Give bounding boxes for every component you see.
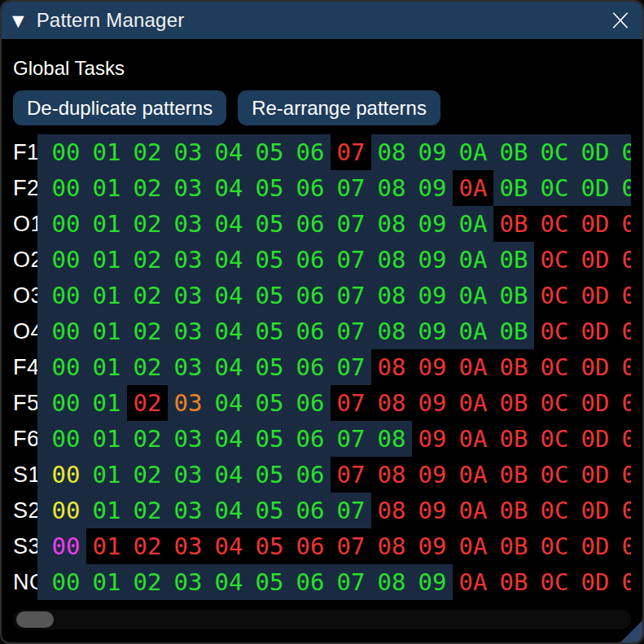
pattern-cell-O2-03[interactable]: 03 — [168, 242, 208, 278]
pattern-cell-S1-06[interactable]: 06 — [290, 457, 331, 493]
pattern-cell-F6-0C[interactable]: 0C — [534, 421, 575, 457]
pattern-cell-S3-06[interactable]: 06 — [290, 528, 331, 564]
pattern-cell-NO-00[interactable]: 00 — [46, 564, 86, 600]
pattern-cell-O1-03[interactable]: 03 — [168, 206, 208, 242]
pattern-cell-O1-08[interactable]: 08 — [371, 206, 412, 242]
pattern-cell-F2-03[interactable]: 03 — [168, 170, 208, 206]
pattern-cell-O3-04[interactable]: 04 — [208, 278, 249, 313]
pattern-cell-S2-08[interactable]: 08 — [371, 493, 412, 528]
pattern-cell-O1-07[interactable]: 07 — [331, 206, 371, 242]
pattern-cell-S1-03[interactable]: 03 — [168, 457, 208, 493]
pattern-cell-F6-04[interactable]: 04 — [208, 421, 249, 457]
pattern-cell-S3-01[interactable]: 01 — [86, 528, 127, 564]
pattern-cell-F1-05[interactable]: 05 — [249, 134, 290, 170]
pattern-cell-F6-03[interactable]: 03 — [168, 421, 208, 457]
pattern-cell-F6-07[interactable]: 07 — [331, 421, 371, 457]
pattern-cell-S1-0E[interactable]: 0E — [616, 457, 631, 493]
pattern-cell-S2-00[interactable]: 00 — [46, 493, 86, 528]
pattern-cell-F6-0E[interactable]: 0E — [616, 421, 631, 457]
pattern-cell-O2-0B[interactable]: 0B — [493, 242, 534, 278]
pattern-cell-S2-07[interactable]: 07 — [331, 493, 371, 528]
pattern-cell-F5-0E[interactable]: 0E — [616, 385, 631, 421]
pattern-cell-F2-00[interactable]: 00 — [46, 170, 86, 206]
pattern-cell-S2-04[interactable]: 04 — [208, 493, 249, 528]
pattern-cell-F4-04[interactable]: 04 — [208, 349, 249, 385]
pattern-cell-S1-07[interactable]: 07 — [331, 457, 371, 493]
pattern-cell-S3-0C[interactable]: 0C — [534, 528, 575, 564]
pattern-cell-O4-02[interactable]: 02 — [127, 313, 168, 349]
pattern-cell-O2-02[interactable]: 02 — [127, 242, 168, 278]
pattern-cell-O1-0D[interactable]: 0D — [575, 206, 616, 242]
pattern-cell-NO-0E[interactable]: 0E — [616, 564, 631, 600]
pattern-cell-F2-05[interactable]: 05 — [249, 170, 290, 206]
pattern-cell-F5-0A[interactable]: 0A — [453, 385, 493, 421]
pattern-cell-S1-0C[interactable]: 0C — [534, 457, 575, 493]
pattern-cell-NO-01[interactable]: 01 — [86, 564, 127, 600]
pattern-cell-S2-0E[interactable]: 0E — [616, 493, 631, 528]
pattern-cell-F6-05[interactable]: 05 — [249, 421, 290, 457]
pattern-cell-F4-0D[interactable]: 0D — [575, 349, 616, 385]
pattern-cell-F5-02[interactable]: 02 — [127, 385, 168, 421]
pattern-cell-O3-03[interactable]: 03 — [168, 278, 208, 313]
pattern-cell-O3-08[interactable]: 08 — [371, 278, 412, 313]
pattern-cell-F4-09[interactable]: 09 — [412, 349, 453, 385]
pattern-cell-F2-06[interactable]: 06 — [290, 170, 331, 206]
pattern-cell-O2-09[interactable]: 09 — [412, 242, 453, 278]
pattern-cell-F2-0D[interactable]: 0D — [575, 170, 616, 206]
pattern-cell-S1-02[interactable]: 02 — [127, 457, 168, 493]
pattern-cell-F6-0D[interactable]: 0D — [575, 421, 616, 457]
pattern-cell-F1-06[interactable]: 06 — [290, 134, 331, 170]
pattern-cell-S1-05[interactable]: 05 — [249, 457, 290, 493]
pattern-cell-F2-09[interactable]: 09 — [412, 170, 453, 206]
pattern-cell-F4-0C[interactable]: 0C — [534, 349, 575, 385]
pattern-cell-O4-0B[interactable]: 0B — [493, 313, 534, 349]
pattern-cell-O1-00[interactable]: 00 — [46, 206, 86, 242]
pattern-cell-F1-08[interactable]: 08 — [371, 134, 412, 170]
pattern-cell-S3-07[interactable]: 07 — [331, 528, 371, 564]
pattern-cell-F5-09[interactable]: 09 — [412, 385, 453, 421]
re-arrange-patterns-button[interactable]: Re-arrange patterns — [238, 90, 440, 125]
pattern-cell-O4-0A[interactable]: 0A — [453, 313, 493, 349]
pattern-cell-F6-0A[interactable]: 0A — [453, 421, 493, 457]
pattern-cell-F6-06[interactable]: 06 — [290, 421, 331, 457]
pattern-cell-S2-0B[interactable]: 0B — [493, 493, 534, 528]
pattern-cell-F1-01[interactable]: 01 — [86, 134, 127, 170]
pattern-cell-O3-0B[interactable]: 0B — [493, 278, 534, 313]
pattern-cell-O4-09[interactable]: 09 — [412, 313, 453, 349]
pattern-cell-S2-0D[interactable]: 0D — [575, 493, 616, 528]
pattern-cell-S1-08[interactable]: 08 — [371, 457, 412, 493]
pattern-cell-NO-08[interactable]: 08 — [371, 564, 412, 600]
pattern-cell-F1-0B[interactable]: 0B — [493, 134, 534, 170]
pattern-cell-O1-02[interactable]: 02 — [127, 206, 168, 242]
pattern-cell-S3-08[interactable]: 08 — [371, 528, 412, 564]
pattern-cell-S2-06[interactable]: 06 — [290, 493, 331, 528]
pattern-cell-S2-0A[interactable]: 0A — [453, 493, 493, 528]
pattern-cell-F5-05[interactable]: 05 — [249, 385, 290, 421]
pattern-cell-S2-05[interactable]: 05 — [249, 493, 290, 528]
pattern-cell-S3-0D[interactable]: 0D — [575, 528, 616, 564]
pattern-cell-S1-0A[interactable]: 0A — [453, 457, 493, 493]
pattern-cell-O3-0A[interactable]: 0A — [453, 278, 493, 313]
pattern-cell-O1-0A[interactable]: 0A — [453, 206, 493, 242]
resize-grip[interactable] — [620, 620, 642, 642]
pattern-cell-O4-06[interactable]: 06 — [290, 313, 331, 349]
pattern-cell-S2-03[interactable]: 03 — [168, 493, 208, 528]
pattern-cell-F5-06[interactable]: 06 — [290, 385, 331, 421]
close-icon[interactable] — [609, 9, 632, 32]
pattern-cell-F6-08[interactable]: 08 — [371, 421, 412, 457]
pattern-cell-F4-0E[interactable]: 0E — [616, 349, 631, 385]
pattern-cell-F5-04[interactable]: 04 — [208, 385, 249, 421]
collapse-icon[interactable]: ▼ — [12, 2, 24, 39]
pattern-cell-O1-0C[interactable]: 0C — [534, 206, 575, 242]
pattern-cell-S3-03[interactable]: 03 — [168, 528, 208, 564]
pattern-cell-F5-0D[interactable]: 0D — [575, 385, 616, 421]
pattern-cell-F4-07[interactable]: 07 — [331, 349, 371, 385]
pattern-cell-F6-02[interactable]: 02 — [127, 421, 168, 457]
pattern-cell-S3-05[interactable]: 05 — [249, 528, 290, 564]
pattern-cell-NO-04[interactable]: 04 — [208, 564, 249, 600]
pattern-cell-S3-0A[interactable]: 0A — [453, 528, 493, 564]
pattern-cell-O4-04[interactable]: 04 — [208, 313, 249, 349]
pattern-cell-NO-0C[interactable]: 0C — [534, 564, 575, 600]
pattern-cell-F1-04[interactable]: 04 — [208, 134, 249, 170]
pattern-cell-F2-0E[interactable]: 0E — [616, 170, 631, 206]
